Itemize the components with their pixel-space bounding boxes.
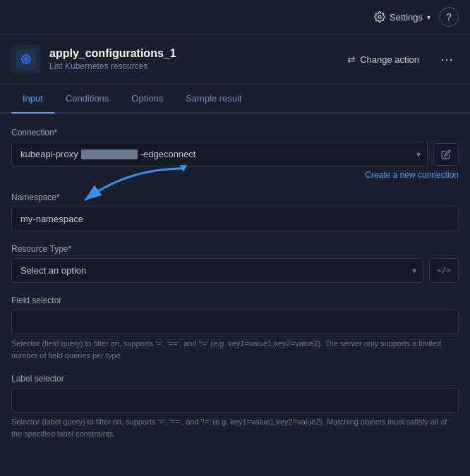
help-button[interactable]: ? (439, 7, 459, 27)
resource-type-select-wrapper: Select an option ▾ (11, 258, 423, 283)
resource-type-select[interactable]: Select an option (11, 258, 423, 283)
conn-suffix: -edgeconnect (140, 149, 196, 159)
change-action-label: Change action (360, 54, 419, 65)
connection-value: kubeapi-proxy -edgeconnect (20, 149, 402, 159)
action-info: apply_configurations_1 List Kubernetes r… (49, 47, 340, 71)
action-header: apply_configurations_1 List Kubernetes r… (0, 35, 470, 85)
create-connection-link-wrapper: Create a new connection (11, 169, 459, 180)
resource-type-field-group: Resource Type* Select an option ▾ </> (11, 244, 459, 283)
field-selector-hint: Selector (field query) to filter on, sup… (11, 338, 459, 361)
action-icon (11, 44, 41, 74)
resource-type-code-button[interactable]: </> (429, 258, 459, 283)
connection-field-group: Connection* kubeapi-proxy -edgeconnect ▾ (11, 128, 459, 180)
connection-select-wrapper: kubeapi-proxy -edgeconnect ▾ (11, 142, 428, 166)
swap-icon: ⇄ (347, 54, 356, 65)
tab-input[interactable]: Input (11, 85, 54, 114)
svg-point-7 (25, 58, 28, 61)
ellipsis-icon: ⋯ (440, 52, 453, 66)
pencil-icon (441, 149, 451, 159)
connection-edit-button[interactable] (433, 143, 459, 166)
svg-point-0 (378, 16, 381, 18)
code-icon: </> (437, 266, 451, 275)
namespace-field-group: Namespace* (11, 193, 459, 231)
label-selector-hint: Selector (label query) to filter on, sup… (11, 416, 459, 439)
header-actions: ⇄ Change action ⋯ (340, 49, 459, 70)
content-area: Connection* kubeapi-proxy -edgeconnect ▾ (0, 114, 470, 466)
field-selector-group: Field selector Selector (field query) to… (11, 295, 459, 361)
tab-sample-result[interactable]: Sample result (174, 85, 253, 114)
more-options-button[interactable]: ⋯ (435, 49, 459, 70)
settings-label: Settings (390, 12, 423, 23)
field-selector-label: Field selector (11, 295, 459, 305)
connection-select[interactable]: kubeapi-proxy -edgeconnect (11, 142, 428, 166)
kubernetes-icon (16, 49, 36, 69)
action-title: apply_configurations_1 (49, 47, 340, 60)
settings-icon (374, 11, 385, 23)
change-action-button[interactable]: ⇄ Change action (340, 49, 426, 69)
label-selector-label: Label selector (11, 374, 459, 384)
connection-input-row: kubeapi-proxy -edgeconnect ▾ (11, 142, 459, 166)
namespace-input[interactable] (11, 207, 459, 231)
namespace-label: Namespace* (11, 193, 459, 202)
action-subtitle: List Kubernetes resources (49, 61, 340, 71)
tab-options[interactable]: Options (120, 85, 174, 114)
tab-conditions[interactable]: Conditions (54, 85, 120, 114)
resource-type-row: Select an option ▾ </> (11, 258, 459, 283)
resource-type-label: Resource Type* (11, 244, 459, 254)
connection-label: Connection* (11, 128, 459, 138)
top-bar: Settings ▾ ? (0, 0, 470, 35)
settings-chevron-icon: ▾ (427, 13, 430, 21)
help-label: ? (446, 11, 452, 23)
tab-bar: Input Conditions Options Sample result (0, 85, 470, 114)
field-selector-input[interactable] (11, 310, 459, 334)
conn-blur (81, 149, 138, 159)
conn-prefix: kubeapi-proxy (20, 149, 78, 159)
label-selector-input[interactable] (11, 388, 459, 413)
settings-button[interactable]: Settings ▾ (374, 11, 430, 23)
create-connection-link[interactable]: Create a new connection (365, 170, 459, 180)
label-selector-group: Label selector Selector (label query) to… (11, 374, 459, 439)
